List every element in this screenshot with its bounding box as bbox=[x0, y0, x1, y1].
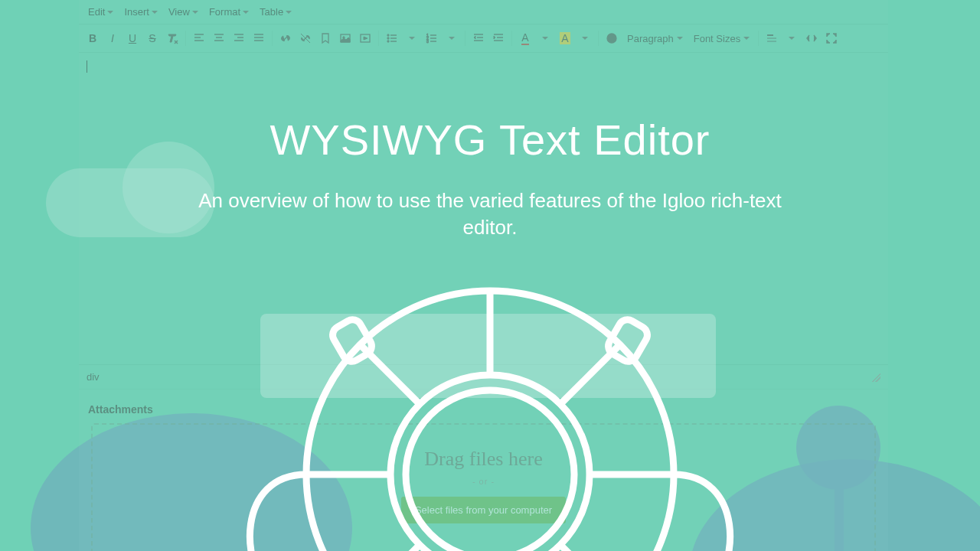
image-button[interactable] bbox=[336, 29, 354, 47]
clear-formatting-button[interactable] bbox=[163, 29, 181, 47]
align-right-button[interactable] bbox=[230, 29, 248, 47]
menu-view[interactable]: View bbox=[164, 3, 203, 21]
align-left-button[interactable] bbox=[190, 29, 208, 47]
editor-content-area[interactable] bbox=[79, 53, 888, 365]
svg-point-38 bbox=[612, 36, 614, 37]
underline-button[interactable]: U bbox=[123, 29, 142, 47]
menu-edit[interactable]: Edit bbox=[83, 3, 118, 21]
dropzone-title: Drag files here bbox=[93, 448, 874, 471]
text-color-dropdown[interactable] bbox=[536, 29, 554, 47]
numbered-list-button[interactable]: 123 bbox=[423, 29, 441, 47]
align-justify-button[interactable] bbox=[250, 29, 268, 47]
toolbar: B I U S 123 A A Paragraph Font Sizes bbox=[79, 24, 888, 53]
svg-text:3: 3 bbox=[426, 39, 429, 44]
svg-point-20 bbox=[387, 41, 389, 42]
status-bar: div bbox=[79, 365, 888, 390]
menubar: Edit Insert View Format Table bbox=[79, 0, 888, 24]
paragraph-dropdown[interactable]: Paragraph bbox=[622, 29, 688, 47]
menu-insert-label: Insert bbox=[124, 6, 149, 18]
strikethrough-button[interactable]: S bbox=[143, 29, 162, 47]
bullet-list-dropdown[interactable] bbox=[403, 29, 421, 47]
menu-edit-label: Edit bbox=[88, 6, 105, 18]
menu-table[interactable]: Table bbox=[255, 3, 296, 21]
bullet-list-button[interactable] bbox=[383, 29, 401, 47]
caret-down-icon bbox=[192, 11, 198, 14]
svg-point-18 bbox=[387, 34, 389, 36]
align-center-button[interactable] bbox=[210, 29, 228, 47]
caret-down-icon bbox=[243, 11, 249, 14]
separator bbox=[272, 31, 273, 46]
separator bbox=[598, 31, 599, 46]
caret-down-icon bbox=[449, 37, 455, 40]
numbered-list-dropdown[interactable] bbox=[443, 29, 461, 47]
separator bbox=[465, 31, 466, 46]
text-color-label: A bbox=[521, 31, 528, 45]
bookmark-button[interactable] bbox=[316, 29, 335, 47]
bg-color-button[interactable]: A bbox=[556, 29, 574, 47]
dropzone-or: - or - bbox=[93, 477, 874, 486]
emoji-button[interactable] bbox=[603, 29, 621, 47]
formats-dropdown[interactable] bbox=[782, 29, 801, 47]
font-sizes-dropdown[interactable]: Font Sizes bbox=[689, 29, 754, 47]
caret-down-icon bbox=[152, 11, 158, 14]
bg-color-dropdown[interactable] bbox=[576, 29, 594, 47]
attachments-heading: Attachments bbox=[79, 390, 888, 423]
text-color-button[interactable]: A bbox=[516, 29, 534, 47]
caret-down-icon bbox=[542, 37, 548, 40]
editor-container: Edit Insert View Format Table B I U S 12… bbox=[79, 0, 888, 551]
bold-button[interactable]: B bbox=[83, 29, 102, 47]
text-cursor bbox=[87, 60, 87, 73]
indent-button[interactable] bbox=[489, 29, 508, 47]
paragraph-label: Paragraph bbox=[627, 33, 674, 44]
outdent-button[interactable] bbox=[469, 29, 488, 47]
menu-view-label: View bbox=[168, 6, 190, 18]
separator bbox=[185, 31, 186, 46]
caret-down-icon bbox=[286, 11, 292, 14]
caret-down-icon bbox=[743, 37, 750, 40]
unlink-button[interactable] bbox=[296, 29, 315, 47]
formats-button[interactable] bbox=[763, 29, 781, 47]
separator bbox=[758, 31, 759, 46]
caret-down-icon bbox=[677, 37, 683, 40]
bg-color-label: A bbox=[560, 32, 570, 44]
caret-down-icon bbox=[107, 11, 113, 14]
caret-down-icon bbox=[582, 37, 588, 40]
svg-point-37 bbox=[609, 36, 611, 37]
element-path[interactable]: div bbox=[87, 371, 100, 383]
separator bbox=[511, 31, 512, 46]
menu-format-label: Format bbox=[209, 6, 240, 18]
font-sizes-label: Font Sizes bbox=[694, 33, 740, 44]
code-button[interactable] bbox=[802, 29, 821, 47]
link-button[interactable] bbox=[276, 29, 295, 47]
resize-handle-icon[interactable] bbox=[871, 373, 880, 382]
menu-table-label: Table bbox=[260, 6, 283, 18]
svg-point-36 bbox=[607, 34, 616, 43]
svg-point-19 bbox=[387, 37, 389, 39]
menu-insert[interactable]: Insert bbox=[119, 3, 162, 21]
fullscreen-button[interactable] bbox=[822, 29, 841, 47]
attachments-dropzone[interactable]: Drag files here - or - Select files from… bbox=[91, 423, 876, 551]
caret-down-icon bbox=[789, 37, 795, 40]
caret-down-icon bbox=[409, 37, 415, 40]
italic-button[interactable]: I bbox=[103, 29, 122, 47]
menu-format[interactable]: Format bbox=[204, 3, 253, 21]
select-files-button[interactable]: Select files from your computer bbox=[401, 497, 566, 523]
separator bbox=[378, 31, 379, 46]
media-button[interactable] bbox=[356, 29, 374, 47]
